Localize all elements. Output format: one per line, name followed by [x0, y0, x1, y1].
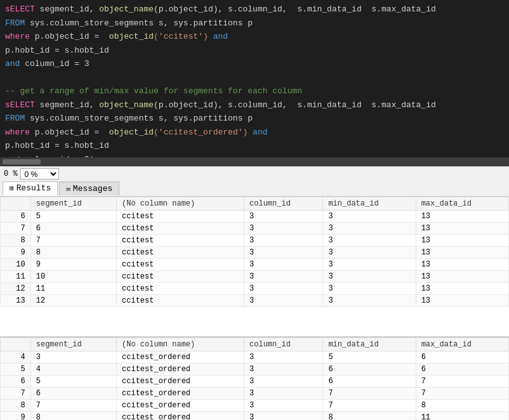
table-cell: 9 — [1, 412, 31, 421]
code-line: and column_id = 3| — [0, 153, 509, 158]
column-header: min_data_id — [323, 197, 416, 211]
horizontal-scrollbar[interactable] — [0, 157, 509, 166]
table-row: 1110ccitest3313 — [1, 271, 509, 283]
table-cell: 12 — [30, 295, 116, 307]
table-cell: ccitest_ordered — [117, 400, 244, 412]
table-cell: 5 — [1, 364, 31, 376]
table-cell: ccitest — [117, 283, 244, 295]
table-cell: 6 — [1, 211, 31, 223]
table-cell: 6 — [323, 364, 416, 376]
table-cell: 3 — [244, 271, 323, 283]
table-cell: 3 — [244, 364, 323, 376]
table-cell: 6 — [30, 388, 116, 400]
table-cell: ccitest — [117, 247, 244, 259]
table-cell: 7 — [30, 235, 116, 247]
table-cell: ccitest_ordered — [117, 364, 244, 376]
table-cell: 8 — [30, 412, 116, 421]
table-cell: 3 — [323, 295, 416, 307]
table-cell: 3 — [244, 388, 323, 400]
results-table-2: segment_id(No column name)column_idmin_d… — [0, 338, 509, 420]
results-table-1: segment_id(No column name)column_idmin_d… — [0, 197, 509, 307]
code-line: and column_id = 3 — [0, 57, 509, 71]
tabs-bar: ⊞Results✉Messages — [0, 180, 509, 197]
table-row: 87ccitest_ordered378 — [1, 400, 509, 412]
table-cell: 3 — [244, 259, 323, 271]
table-cell: 7 — [416, 388, 508, 400]
table-cell: 10 — [1, 259, 31, 271]
table-cell: 9 — [1, 247, 31, 259]
table-cell: 3 — [323, 271, 416, 283]
table-cell: 8 — [323, 412, 416, 421]
code-line: FROM sys.column_store_segments s, sys.pa… — [0, 16, 509, 30]
table-cell: 3 — [323, 223, 416, 235]
zoom-area: 0 % 0 % 50 % 100 % — [0, 166, 509, 180]
zoom-dropdown[interactable]: 0 % 50 % 100 % — [20, 168, 59, 180]
table-cell: ccitest_ordered — [117, 376, 244, 388]
table-cell: 6 — [323, 376, 416, 388]
table-cell: 4 — [1, 351, 31, 364]
table-cell: 9 — [30, 259, 116, 271]
code-editor[interactable]: sELECT segment_id, object_name(p.object_… — [0, 0, 509, 157]
code-line — [0, 71, 509, 85]
table-cell: 7 — [30, 400, 116, 412]
table-cell: ccitest_ordered — [117, 388, 244, 400]
code-line: p.hobt_id = s.hobt_id — [0, 44, 509, 58]
table-row: 98ccitest_ordered3811 — [1, 412, 509, 421]
table-cell: ccitest — [117, 271, 244, 283]
tab-results[interactable]: ⊞Results — [3, 181, 58, 195]
code-line: sELECT segment_id, object_name(p.object_… — [0, 3, 509, 16]
table-cell: 11 — [416, 412, 508, 421]
table-cell: 3 — [244, 283, 323, 295]
table-cell: 3 — [244, 351, 323, 364]
table-cell: ccitest_ordered — [117, 351, 244, 364]
table-cell: 4 — [30, 364, 116, 376]
code-line: FROM sys.column_store_segments s, sys.pa… — [0, 112, 509, 126]
table-cell: 3 — [323, 259, 416, 271]
table-cell: 12 — [1, 283, 31, 295]
column-header — [1, 197, 31, 211]
table-row: 76ccitest3313 — [1, 223, 509, 235]
column-header: max_data_id — [416, 197, 508, 211]
table-cell: 3 — [323, 235, 416, 247]
results-area-1[interactable]: segment_id(No column name)column_idmin_d… — [0, 197, 509, 336]
table-cell: 11 — [30, 283, 116, 295]
table-row: 98ccitest3313 — [1, 247, 509, 259]
table-cell: 7 — [416, 376, 508, 388]
table-cell: 10 — [30, 271, 116, 283]
table-cell: 8 — [1, 400, 31, 412]
table-row: 54ccitest_ordered366 — [1, 364, 509, 376]
column-header — [1, 338, 31, 351]
column-header: min_data_id — [323, 338, 416, 351]
table-cell: 13 — [416, 247, 508, 259]
table-cell: 7 — [1, 223, 31, 235]
table-cell: 11 — [1, 271, 31, 283]
column-header: (No column name) — [117, 197, 244, 211]
table-cell: 7 — [1, 388, 31, 400]
table-row: 109ccitest3313 — [1, 259, 509, 271]
table-cell: 6 — [30, 223, 116, 235]
table-cell: 13 — [1, 295, 31, 307]
tab-messages[interactable]: ✉Messages — [59, 181, 119, 195]
table-cell: 5 — [30, 376, 116, 388]
zoom-value: 0 % — [4, 169, 18, 178]
table-cell: 3 — [323, 247, 416, 259]
table-cell: ccitest — [117, 295, 244, 307]
table-cell: 8 — [416, 400, 508, 412]
table-cell: ccitest — [117, 259, 244, 271]
code-line: p.hobt_id = s.hobt_id — [0, 139, 509, 153]
scroll-thumb[interactable] — [3, 159, 41, 164]
table-cell: 6 — [1, 376, 31, 388]
table-cell: 3 — [244, 295, 323, 307]
results-area-2[interactable]: segment_id(No column name)column_idmin_d… — [0, 336, 509, 420]
table-cell: ccitest — [117, 223, 244, 235]
table-cell: 3 — [244, 247, 323, 259]
table-cell: 3 — [244, 400, 323, 412]
code-line: where p.object_id = object_id('ccitest')… — [0, 30, 509, 44]
tab-label: Results — [17, 183, 51, 193]
table-row: 1211ccitest3313 — [1, 283, 509, 295]
table-cell: 3 — [244, 211, 323, 223]
table-cell: 13 — [416, 235, 508, 247]
table-cell: 3 — [244, 235, 323, 247]
table-cell: 13 — [416, 223, 508, 235]
grid-icon: ⊞ — [10, 184, 14, 192]
